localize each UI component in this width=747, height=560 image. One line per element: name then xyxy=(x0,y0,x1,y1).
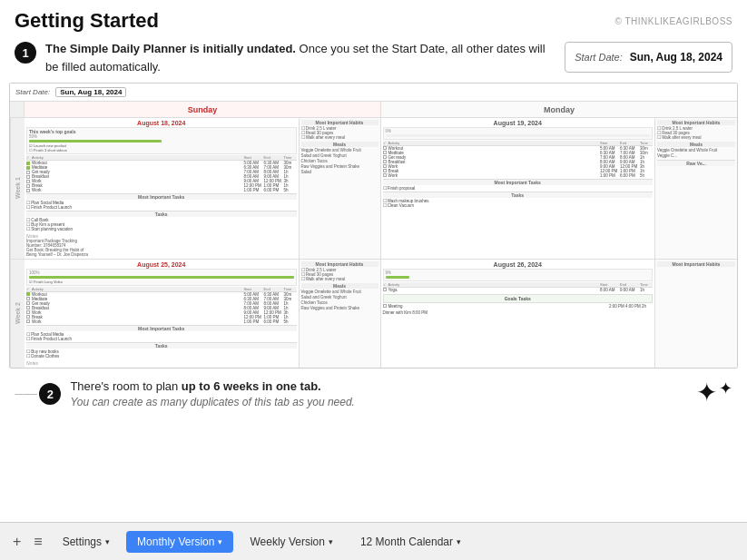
w1-sun-tasks: ☐ Plan Social Media ☐ Finish Product Lau… xyxy=(26,201,297,210)
sunday-header: Sunday xyxy=(25,102,381,117)
w1-mon-schedule: Workout5:00 AM6:30 AM30m Meditate6:30 AM… xyxy=(383,146,654,178)
planner-start-value: Sun, Aug 18, 2024 xyxy=(55,87,126,97)
w1-mon-date: August 19, 2024 xyxy=(383,120,654,126)
start-date-value: Sun, Aug 18, 2024 xyxy=(630,51,722,64)
settings-tab[interactable]: Settings ▾ xyxy=(52,531,121,553)
instruction-2-bold: up to 6 weeks in one tab. xyxy=(182,379,321,393)
week-2-sunday: August 25, 2024 100% ☑ Finish Long Video… xyxy=(25,260,300,368)
week-2-label: Week 2 xyxy=(10,260,25,368)
dashed-line: - - - - - - - - - xyxy=(15,388,35,398)
instruction-2-block: - - - - - - - - - 2 There's room to plan… xyxy=(0,372,747,408)
monthly-tab-arrow: ▾ xyxy=(218,537,222,546)
week-2-monday: August 26, 2024 9% ✓ Activity Start End … xyxy=(381,260,656,368)
weekly-tab-arrow: ▾ xyxy=(329,537,333,546)
planner-start-label: Start Date: xyxy=(15,88,50,96)
weekly-version-tab[interactable]: Weekly Version ▾ xyxy=(239,531,343,553)
w1-sun-date: August 18, 2024 xyxy=(26,120,297,126)
week-2-row: Week 2 August 25, 2024 100% ☑ Finish Lon… xyxy=(10,260,737,368)
week-1-sunday: August 18, 2024 This week's top goals 50… xyxy=(25,118,300,259)
page-title: Getting Started xyxy=(15,9,159,33)
settings-tab-arrow: ▾ xyxy=(105,537,110,546)
instruction-1-block: 1 The Simple Daily Planner is initially … xyxy=(0,40,747,83)
add-sheet-button[interactable]: + xyxy=(9,534,25,550)
badge-2: 2 xyxy=(39,383,61,405)
monthly-version-tab[interactable]: Monthly Version ▾ xyxy=(126,531,233,553)
badge-1: 1 xyxy=(15,42,36,64)
instruction-1-bold: The Simple Daily Planner is initially un… xyxy=(45,42,296,55)
week-1-row: Week 1 August 18, 2024 This week's top g… xyxy=(10,118,737,260)
settings-tab-label: Settings xyxy=(63,535,102,548)
week-1-monday: August 19, 2024 0% ✓ Activity Start End … xyxy=(381,118,656,259)
instruction-1-text: The Simple Daily Planner is initially un… xyxy=(45,40,555,75)
monthly-tab-label: Monthly Version xyxy=(137,535,214,548)
copyright-text: © THINKLIKEAGIRLBOSS xyxy=(615,16,732,26)
page-header: Getting Started © THINKLIKEAGIRLBOSS xyxy=(0,0,747,40)
week-label-spacer xyxy=(10,102,25,117)
goal-bar xyxy=(29,140,162,142)
w2-sun-habits: Most Important Habits ☐ Drink 2.5 L wate… xyxy=(300,260,381,368)
start-date-display: Start Date: Sun, Aug 18, 2024 xyxy=(565,42,732,73)
w2-mon-habits: Most Important Habits xyxy=(655,260,737,368)
planner-day-headers: Sunday Monday xyxy=(10,102,737,118)
weekly-tab-label: Weekly Version xyxy=(250,535,324,548)
calendar-tab-arrow: ▾ xyxy=(457,537,461,546)
sheet-menu-button[interactable]: ≡ xyxy=(30,534,45,550)
instruction-2-left: - - - - - - - - - 2 There's room to plan… xyxy=(15,378,355,408)
w1-mon-habits: Most Important Habits ☐ Drink 2.5 L wate… xyxy=(655,118,737,259)
w1-sun-schedule: Workout5:00 AM6:30 AM30m Meditate6:30 AM… xyxy=(26,161,297,192)
instruction-2-text: There's room to plan up to 6 weeks in on… xyxy=(70,378,355,408)
w1-sun-goals: This week's top goals 50% ☑ Launch new p… xyxy=(26,127,297,154)
instruction-2-text1: There's room to plan xyxy=(70,379,181,393)
planner-preview: Start Date: Sun, Aug 18, 2024 Sunday Mon… xyxy=(9,83,738,368)
sparkle-icon: ✦✦ xyxy=(696,380,732,406)
week-1-label: Week 1 xyxy=(10,118,25,259)
instruction-2-italic: You can create as many duplicates of thi… xyxy=(70,396,355,408)
w1-sun-tasks-header: Most Important Tasks xyxy=(26,193,297,200)
w1-mon-goals: 0% xyxy=(383,127,654,140)
footer-toolbar: + ≡ Settings ▾ Monthly Version ▾ Weekly … xyxy=(0,522,747,560)
calendar-tab[interactable]: 12 Month Calendar ▾ xyxy=(349,531,472,553)
start-date-label: Start Date: xyxy=(575,52,623,63)
w1-sun-habits: Most Important Habits ☐ Drink 2.5 L wate… xyxy=(300,118,381,259)
calendar-tab-label: 12 Month Calendar xyxy=(360,535,453,548)
planner-top-bar: Start Date: Sun, Aug 18, 2024 xyxy=(10,84,737,102)
monday-header: Monday xyxy=(381,102,737,117)
sched-row: Work1:00 PM6:00 PM5h xyxy=(26,188,297,192)
